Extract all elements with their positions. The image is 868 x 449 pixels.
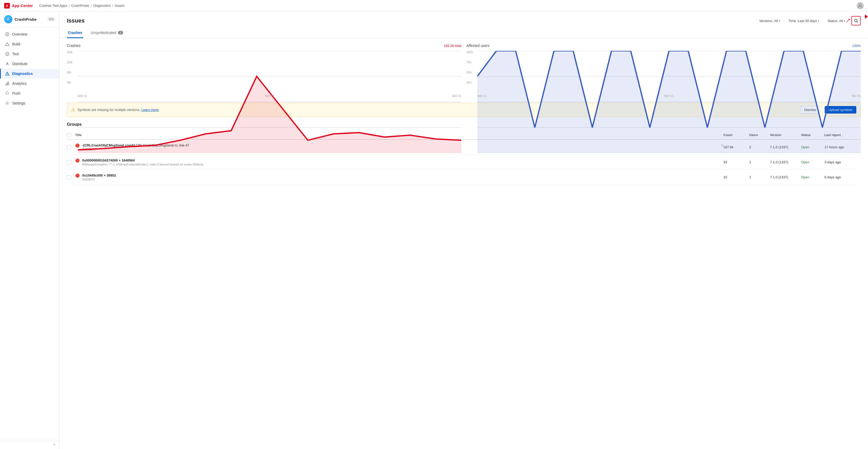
user-avatar[interactable] <box>857 2 864 9</box>
sidebar-item-build[interactable]: Build <box>0 39 59 49</box>
row2-last-report: 3 days ago <box>825 160 861 164</box>
table-row: 🔴 0x00000000104374000 + 1640564 NSRangeE… <box>67 155 861 170</box>
versions-control[interactable]: Versions: All ▾ <box>757 18 782 24</box>
sidebar-item-distribute-label: Distribute <box>12 62 28 66</box>
app-logo-text: App Center <box>12 3 33 8</box>
select-all-checkbox[interactable] <box>67 133 71 137</box>
row3-title[interactable]: 0x10445c000 + 30852 <box>82 173 723 177</box>
crashes-y-labels: 160k 120k 80k 40k <box>67 51 77 91</box>
status-chevron-icon: ▾ <box>844 20 845 22</box>
row1-checkbox[interactable] <box>67 145 71 149</box>
affected-users-chart-title: Affected users <box>466 43 490 48</box>
svg-point-14 <box>7 103 8 104</box>
breadcrumb: Crashes Test Apps / CrashProbe / Diagnos… <box>39 4 124 7</box>
sidebar-item-build-label: Build <box>12 42 20 46</box>
tab-crashes[interactable]: Crashes <box>67 29 83 38</box>
svg-line-16 <box>857 22 858 23</box>
status-control[interactable]: Status: All ▾ <box>826 18 847 24</box>
warning-icon: ⚠ <box>71 107 75 112</box>
app-avatar: C <box>4 15 12 23</box>
sidebar-item-push[interactable]: Push <box>0 88 59 98</box>
build-icon <box>5 42 9 46</box>
time-label: Time: <box>788 19 797 23</box>
test-icon <box>5 52 9 56</box>
svg-rect-9 <box>6 84 6 85</box>
affected-users-chart-svg <box>477 51 861 153</box>
main-content: Issues Versions: All ▾ Time: Last 30 day… <box>60 11 868 449</box>
top-bar: A App Center Crashes Test Apps / CrashPr… <box>0 0 868 11</box>
breadcrumb-item-2[interactable]: Diagnostics <box>93 4 111 7</box>
row3-last-report: 6 days ago <box>825 175 861 179</box>
analytics-icon <box>5 81 9 86</box>
tab-crashes-label: Crashes <box>68 31 82 35</box>
breadcrumb-item-0[interactable]: Crashes Test Apps <box>39 4 67 7</box>
tab-unsymbolicated-label: Unsymbolicated <box>91 31 116 35</box>
svg-rect-10 <box>7 83 8 85</box>
row3-checkbox[interactable] <box>67 175 71 180</box>
affected-users-y-labels: 100% 75% 50% 25% <box>466 51 476 91</box>
row3-subtitle: SIGSEGV <box>82 178 723 181</box>
svg-point-15 <box>855 19 857 22</box>
row2-status: Open <box>801 160 825 164</box>
push-icon <box>5 91 9 96</box>
main-header: Issues Versions: All ▾ Time: Last 30 day… <box>60 11 868 25</box>
sidebar-app-name: CrashProbe <box>14 17 36 22</box>
time-chevron-icon: ▾ <box>818 20 819 22</box>
sidebar-item-analytics[interactable]: Analytics <box>0 78 59 88</box>
tab-unsymbolicated[interactable]: Unsymbolicated 2 <box>89 29 124 38</box>
versions-value: All <box>774 19 778 23</box>
app-logo-icon: A <box>4 3 10 8</box>
sidebar: C CrashProbe iOS Overview <box>0 11 60 449</box>
crashes-chart-svg <box>78 51 461 153</box>
breadcrumb-item-1[interactable]: CrashProbe <box>71 4 89 7</box>
row2-checkbox[interactable] <box>67 160 71 164</box>
sidebar-item-overview[interactable]: Overview <box>0 29 59 39</box>
charts-area: Crashes 192.2k total 160k 120k 80k 40k <box>60 38 868 103</box>
sidebar-item-diagnostics[interactable]: Diagnostics <box>0 69 59 78</box>
time-control[interactable]: Time: Last 30 days ▾ <box>786 18 822 24</box>
breadcrumb-item-3[interactable]: Issues <box>115 4 124 7</box>
unsymbolicated-badge: 2 <box>118 31 123 34</box>
sidebar-item-overview-label: Overview <box>12 32 27 36</box>
table-row: 🔴 0x10445c000 + 30852 SIGSEGV 10 1 7.1.0… <box>67 170 861 185</box>
sidebar-nav: Overview Build Test <box>0 27 59 440</box>
status-label: Status: <box>828 19 838 23</box>
row2-subtitle: NSRangeException: *** -[_NSArray0 object… <box>82 163 723 166</box>
crashes-chart: Crashes 192.2k total 160k 120k 80k 40k <box>67 43 461 97</box>
crashes-chart-total: 192.2k total <box>444 44 461 48</box>
sidebar-footer: « <box>0 440 59 449</box>
sidebar-item-distribute[interactable]: Distribute <box>0 59 59 69</box>
sidebar-item-diagnostics-label: Diagnostics <box>12 71 33 76</box>
row3-users: 1 <box>749 175 770 179</box>
row3-title-cell: 🔴 0x10445c000 + 30852 SIGSEGV <box>75 173 723 181</box>
versions-chevron-icon: ▾ <box>779 20 780 22</box>
page-title: Issues <box>67 18 85 24</box>
search-icon <box>854 19 858 23</box>
sidebar-item-test[interactable]: Test <box>0 49 59 59</box>
svg-marker-22 <box>78 76 461 153</box>
sidebar-item-settings[interactable]: Settings <box>0 98 59 108</box>
svg-point-2 <box>7 34 8 35</box>
svg-rect-11 <box>8 82 9 85</box>
row3-count: 10 <box>723 175 749 179</box>
crashes-chart-title: Crashes <box>67 43 81 48</box>
settings-icon <box>5 101 9 105</box>
crashes-x-labels: NOV 11 NOV 21 DEC 01 <box>78 95 461 97</box>
affected-users-chart-total: 100% <box>852 44 861 48</box>
overview-icon <box>5 32 9 37</box>
svg-marker-3 <box>5 42 9 45</box>
sidebar-item-settings-label: Settings <box>12 101 25 105</box>
app-logo: A App Center <box>4 3 33 8</box>
versions-label: Versions: <box>759 19 773 23</box>
header-controls: Versions: All ▾ Time: Last 30 days ▾ Sta… <box>757 16 861 25</box>
collapse-sidebar-button[interactable]: « <box>53 443 55 446</box>
row2-title[interactable]: 0x00000000104374000 + 1640564 <box>82 158 723 162</box>
row2-error-icon: 🔴 <box>75 158 80 163</box>
status-value: All <box>839 19 843 23</box>
distribute-icon <box>5 61 9 66</box>
search-button[interactable] <box>851 16 861 25</box>
row3-version: 7.1.0 (1337) <box>770 175 801 179</box>
sidebar-platform: iOS <box>48 17 55 21</box>
row2-count: 33 <box>723 160 749 164</box>
sidebar-item-push-label: Push <box>12 91 21 95</box>
